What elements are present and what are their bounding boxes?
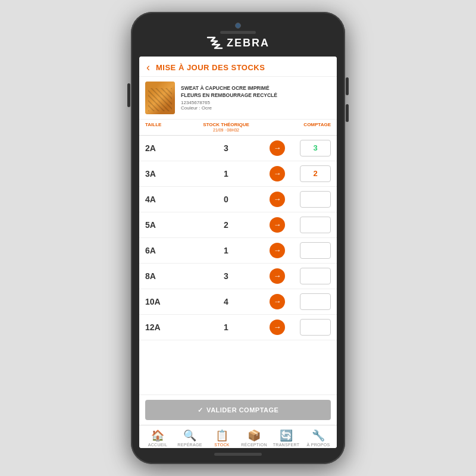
reperage-icon: 🔍 bbox=[183, 429, 196, 442]
product-image bbox=[145, 82, 175, 114]
table-row: 12A 1 → bbox=[139, 315, 337, 340]
sweat-pattern bbox=[145, 82, 175, 114]
table-row: 6A 1 → bbox=[139, 238, 337, 264]
cell-input bbox=[289, 242, 331, 259]
back-button[interactable]: ‹ bbox=[146, 61, 150, 74]
validate-button[interactable]: ✓ VALIDER COMPTAGE bbox=[145, 400, 331, 420]
cell-size: 8A bbox=[145, 271, 187, 281]
cell-stock: 0 bbox=[187, 195, 265, 204]
table-row: 5A 2 → bbox=[139, 212, 337, 238]
reception-label: RÉCEPTION bbox=[241, 443, 267, 447]
side-button-right-bottom[interactable] bbox=[346, 104, 349, 122]
arrow-button-5A[interactable]: → bbox=[270, 217, 285, 233]
cell-stock: 3 bbox=[187, 271, 265, 281]
cell-input bbox=[289, 319, 331, 336]
arrow-button-4A[interactable]: → bbox=[270, 192, 285, 207]
count-input-5A[interactable] bbox=[300, 217, 331, 233]
count-input-2A[interactable] bbox=[300, 140, 331, 156]
arrow-button-10A[interactable]: → bbox=[270, 294, 285, 309]
cell-input bbox=[289, 217, 331, 233]
apropos-icon: 🔧 bbox=[312, 429, 325, 442]
zebra-brand-name: ZEBRA bbox=[227, 37, 270, 49]
mobile-device: ZEBRA ‹ MISE À JOUR DES STOCKS SWEAT À C… bbox=[131, 12, 345, 464]
camera bbox=[235, 23, 241, 29]
cell-input bbox=[289, 165, 331, 182]
cell-arrow: → bbox=[265, 166, 289, 181]
arrow-button-3A[interactable]: → bbox=[270, 166, 285, 181]
nav-item-reception[interactable]: 📦 RÉCEPTION bbox=[238, 429, 270, 447]
count-input-4A[interactable] bbox=[300, 191, 331, 208]
th-comptage: COMPTAGE bbox=[289, 122, 331, 133]
validate-section: ✓ VALIDER COMPTAGE bbox=[139, 394, 337, 425]
cell-arrow: → bbox=[265, 140, 289, 156]
cell-stock: 1 bbox=[187, 169, 265, 178]
device-bottom bbox=[139, 453, 337, 456]
cell-stock: 3 bbox=[187, 143, 265, 153]
cell-input bbox=[289, 140, 331, 156]
nav-item-stock[interactable]: 📋 STOCK bbox=[206, 429, 238, 447]
accueil-label: ACCUEIL bbox=[148, 443, 167, 447]
count-input-8A[interactable] bbox=[300, 268, 331, 284]
device-top: ZEBRA bbox=[139, 23, 337, 53]
product-ref: 12345678765 bbox=[181, 100, 331, 105]
table-row: 10A 4 → bbox=[139, 289, 337, 315]
arrow-button-2A[interactable]: → bbox=[270, 140, 285, 156]
cell-input bbox=[289, 191, 331, 208]
count-input-10A[interactable] bbox=[300, 293, 331, 310]
cell-arrow: → bbox=[265, 243, 289, 258]
th-taille: TAILLE bbox=[145, 122, 187, 133]
cell-arrow: → bbox=[265, 192, 289, 207]
th-arrow-spacer bbox=[265, 122, 289, 133]
cell-arrow: → bbox=[265, 294, 289, 309]
speaker-bottom bbox=[214, 453, 262, 456]
screen-header: ‹ MISE À JOUR DES STOCKS bbox=[139, 57, 337, 77]
validate-label: VALIDER COMPTAGE bbox=[206, 406, 278, 414]
zebra-brand-icon bbox=[206, 36, 223, 49]
page-title: MISE À JOUR DES STOCKS bbox=[156, 63, 265, 72]
nav-item-apropos[interactable]: 🔧 À PROPOS bbox=[302, 429, 334, 447]
table-header: TAILLE STOCK THÉORIQUE 21/09 · 08H32 COM… bbox=[139, 120, 337, 136]
arrow-button-12A[interactable]: → bbox=[270, 320, 285, 335]
cell-stock: 4 bbox=[187, 297, 265, 306]
stock-icon: 📋 bbox=[215, 429, 228, 442]
reperage-label: REPÉRAGE bbox=[177, 443, 202, 447]
transfert-icon: 🔄 bbox=[280, 429, 293, 442]
zebra-logo: ZEBRA bbox=[206, 36, 270, 49]
nav-item-transfert[interactable]: 🔄 TRANSFERT bbox=[270, 429, 302, 447]
stock-label: STOCK bbox=[214, 443, 230, 447]
cell-arrow: → bbox=[265, 268, 289, 284]
count-input-6A[interactable] bbox=[300, 242, 331, 259]
product-color: Couleur : Ocre bbox=[181, 105, 331, 111]
cell-stock: 2 bbox=[187, 220, 265, 230]
product-info: SWEAT À CAPUCHE OCRE IMPRIMÉFLEURS EN RE… bbox=[181, 85, 331, 110]
table-row: 2A 3 → bbox=[139, 136, 337, 161]
cell-input bbox=[289, 293, 331, 310]
th-stock-date: 21/09 · 08H32 bbox=[187, 128, 265, 133]
reception-icon: 📦 bbox=[248, 429, 261, 442]
product-section: SWEAT À CAPUCHE OCRE IMPRIMÉFLEURS EN RE… bbox=[139, 77, 337, 120]
apropos-label: À PROPOS bbox=[307, 443, 330, 447]
cell-size: 6A bbox=[145, 246, 187, 255]
cell-size: 5A bbox=[145, 220, 187, 230]
table-row: 4A 0 → bbox=[139, 187, 337, 212]
arrow-button-8A[interactable]: → bbox=[270, 268, 285, 284]
cell-input bbox=[289, 268, 331, 284]
nav-item-reperage[interactable]: 🔍 REPÉRAGE bbox=[174, 429, 206, 447]
screen: ‹ MISE À JOUR DES STOCKS SWEAT À CAPUCHE… bbox=[139, 57, 337, 448]
cell-arrow: → bbox=[265, 320, 289, 335]
cell-arrow: → bbox=[265, 217, 289, 233]
count-input-3A[interactable] bbox=[300, 165, 331, 182]
cell-stock: 1 bbox=[187, 246, 265, 255]
nav-item-accueil[interactable]: 🏠 ACCUEIL bbox=[142, 429, 174, 447]
cell-size: 3A bbox=[145, 169, 187, 178]
accueil-icon: 🏠 bbox=[151, 429, 164, 442]
count-input-12A[interactable] bbox=[300, 319, 331, 336]
side-button-left[interactable] bbox=[127, 83, 130, 107]
nav-bar: 🏠 ACCUEIL 🔍 REPÉRAGE 📋 STOCK 📦 RÉCEPTION… bbox=[139, 425, 337, 448]
product-name: SWEAT À CAPUCHE OCRE IMPRIMÉFLEURS EN RE… bbox=[181, 85, 331, 98]
arrow-button-6A[interactable]: → bbox=[270, 243, 285, 258]
side-button-right-top[interactable] bbox=[346, 77, 349, 95]
table-body: 2A 3 → 3A 1 → 4A 0 → bbox=[139, 136, 337, 394]
transfert-label: TRANSFERT bbox=[273, 443, 300, 447]
cell-size: 10A bbox=[145, 297, 187, 306]
